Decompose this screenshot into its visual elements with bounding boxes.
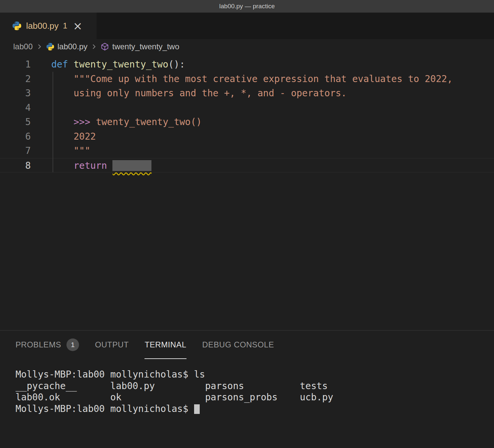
line-number[interactable]: 1 bbox=[0, 57, 31, 72]
code-token: def bbox=[51, 59, 68, 70]
tab-output[interactable]: OUTPUT bbox=[95, 331, 129, 359]
panel-tab-bar: PROBLEMS 1 OUTPUT TERMINAL DEBUG CONSOLE bbox=[0, 331, 494, 359]
code-token: """ bbox=[73, 145, 90, 156]
terminal-line: Mollys-MBP:lab00 mollynicholas$ ls bbox=[16, 369, 494, 381]
code-line[interactable]: 5 >>> twenty_twenty_two() bbox=[0, 115, 494, 129]
code-line[interactable]: 7 """ bbox=[0, 144, 494, 158]
tab-problems[interactable]: PROBLEMS 1 bbox=[16, 331, 79, 359]
code-token: return bbox=[73, 160, 107, 171]
code-editor[interactable]: 1def twenty_twenty_two():2 """Come up wi… bbox=[0, 54, 494, 330]
breadcrumb: lab00 lab00.py twenty_twenty_two bbox=[0, 39, 494, 54]
code-line[interactable]: 4 bbox=[0, 101, 494, 115]
terminal-line: lab00.ok ok parsons_probs ucb.py bbox=[16, 392, 494, 403]
code-token bbox=[51, 116, 73, 127]
tab-debug-console-label: DEBUG CONSOLE bbox=[202, 340, 274, 349]
python-icon bbox=[12, 21, 22, 31]
bottom-panel: PROBLEMS 1 OUTPUT TERMINAL DEBUG CONSOLE… bbox=[0, 330, 494, 448]
line-number[interactable]: 4 bbox=[0, 101, 31, 115]
code-token: twenty_twenty_two bbox=[73, 59, 168, 70]
symbol-module-icon bbox=[101, 42, 109, 51]
code-text: """Come up with the most creative expres… bbox=[51, 72, 453, 86]
code-token: (): bbox=[168, 59, 185, 70]
breadcrumb-symbol[interactable]: twenty_twenty_two bbox=[112, 42, 179, 51]
line-number[interactable]: 8 bbox=[0, 158, 31, 172]
code-text: >>> twenty_twenty_two() bbox=[51, 115, 202, 129]
terminal-line: __pycache__ lab00.py parsons tests bbox=[16, 381, 494, 392]
code-line[interactable]: 6 2022 bbox=[0, 129, 494, 144]
problems-count-badge: 1 bbox=[66, 338, 79, 351]
code-line[interactable]: 1def twenty_twenty_two(): bbox=[0, 57, 494, 72]
breadcrumb-file[interactable]: lab00.py bbox=[58, 42, 88, 51]
line-number[interactable]: 3 bbox=[0, 86, 31, 101]
code-token: 2022 bbox=[73, 131, 96, 142]
chevron-right-icon bbox=[36, 43, 43, 50]
code-text: return bbox=[51, 158, 151, 172]
terminal-line: Mollys-MBP:lab00 mollynicholas$ bbox=[16, 403, 494, 415]
line-number[interactable]: 6 bbox=[0, 129, 31, 144]
tab-output-label: OUTPUT bbox=[95, 340, 129, 349]
code-token bbox=[51, 88, 73, 99]
code-text: def twenty_twenty_two(): bbox=[51, 57, 185, 72]
window-title-bar: lab00.py — practice bbox=[0, 0, 494, 13]
tab-lab00-py[interactable]: lab00.py 1 × bbox=[0, 13, 97, 39]
python-icon bbox=[46, 42, 55, 51]
selection-warning-squiggle bbox=[112, 160, 151, 171]
code-token bbox=[68, 59, 74, 70]
editor-code-lines: 1def twenty_twenty_two():2 """Come up wi… bbox=[0, 54, 494, 172]
code-token: twenty_twenty_two() bbox=[96, 116, 202, 127]
tab-file-name: lab00.py bbox=[26, 21, 59, 31]
tab-close-icon[interactable]: × bbox=[73, 20, 83, 31]
tab-problem-count: 1 bbox=[63, 21, 67, 30]
breadcrumb-folder[interactable]: lab00 bbox=[13, 42, 33, 51]
code-line[interactable]: 3 using only numbers and the +, *, and -… bbox=[0, 86, 494, 101]
window-title: lab00.py — practice bbox=[219, 3, 275, 10]
code-token bbox=[51, 145, 73, 156]
tab-problems-label: PROBLEMS bbox=[16, 340, 61, 349]
code-token: """Come up with the most creative expres… bbox=[73, 73, 452, 84]
indent-guide bbox=[53, 72, 53, 172]
code-line[interactable]: 8 return bbox=[0, 158, 494, 173]
chevron-right-icon bbox=[90, 43, 98, 50]
code-token bbox=[107, 160, 113, 171]
editor-tab-strip: lab00.py 1 × bbox=[0, 13, 494, 39]
code-token bbox=[51, 160, 73, 171]
code-token: using only numbers and the +, *, and - o… bbox=[73, 88, 347, 99]
line-number[interactable]: 7 bbox=[0, 144, 31, 158]
code-text: """ bbox=[51, 144, 90, 158]
code-text: 2022 bbox=[51, 129, 96, 144]
code-token bbox=[51, 131, 73, 142]
code-line[interactable]: 2 """Come up with the most creative expr… bbox=[0, 72, 494, 86]
line-number[interactable]: 2 bbox=[0, 72, 31, 86]
code-token: >>> bbox=[73, 116, 96, 127]
code-token bbox=[51, 73, 73, 84]
terminal-output[interactable]: Mollys-MBP:lab00 mollynicholas$ ls__pyca… bbox=[0, 359, 494, 415]
tab-debug-console[interactable]: DEBUG CONSOLE bbox=[202, 331, 274, 359]
tab-terminal-label: TERMINAL bbox=[144, 340, 186, 349]
line-number[interactable]: 5 bbox=[0, 115, 31, 129]
code-text: using only numbers and the +, *, and - o… bbox=[51, 86, 347, 101]
terminal-cursor bbox=[194, 404, 200, 414]
tab-terminal[interactable]: TERMINAL bbox=[144, 331, 186, 359]
